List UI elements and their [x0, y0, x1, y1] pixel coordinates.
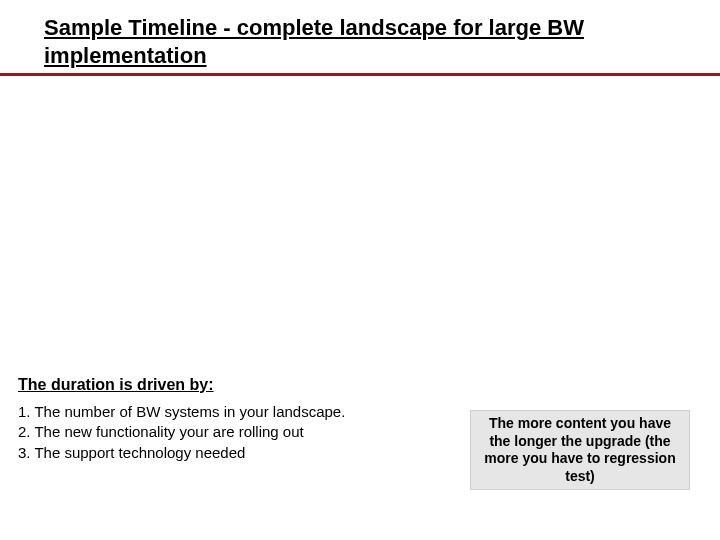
slide-title: Sample Timeline - complete landscape for… — [44, 14, 640, 69]
slide: Sample Timeline - complete landscape for… — [0, 0, 720, 540]
duration-item: 3. The support technology needed — [18, 443, 418, 463]
duration-list: 1. The number of BW systems in your land… — [18, 402, 418, 463]
note-box: The more content you have the longer the… — [470, 410, 690, 490]
duration-item: 1. The number of BW systems in your land… — [18, 402, 418, 422]
duration-heading: The duration is driven by: — [18, 376, 418, 394]
duration-item: 2. The new functionality your are rollin… — [18, 422, 418, 442]
title-block: Sample Timeline - complete landscape for… — [0, 0, 640, 75]
divider-rule — [0, 73, 720, 76]
duration-block: The duration is driven by: 1. The number… — [18, 376, 418, 463]
